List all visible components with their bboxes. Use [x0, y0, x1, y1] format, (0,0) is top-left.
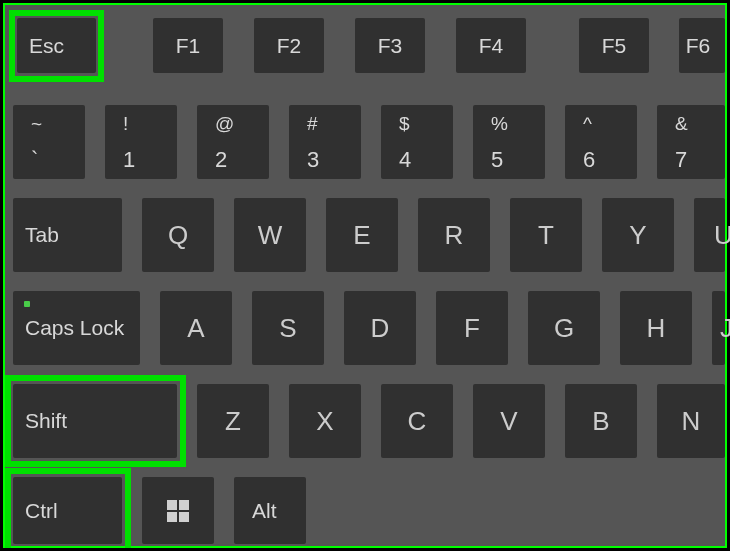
key-f[interactable]: F	[436, 291, 508, 365]
key-lower: 3	[307, 147, 319, 171]
key-windows[interactable]	[142, 477, 214, 544]
key-2[interactable]: @2	[197, 105, 269, 179]
key-label: F5	[602, 34, 627, 58]
keyboard-frame: Esc F1 F2 F3 F4 F5 F6 ~` !1 @2 #3 $4 %5 …	[3, 3, 727, 548]
key-lower: 6	[583, 147, 595, 171]
key-label: T	[538, 220, 554, 251]
key-label: F	[464, 313, 480, 344]
key-f5[interactable]: F5	[579, 18, 649, 73]
key-label: A	[187, 313, 204, 344]
key-3[interactable]: #3	[289, 105, 361, 179]
key-label: H	[647, 313, 666, 344]
key-label: W	[258, 220, 283, 251]
key-x[interactable]: X	[289, 384, 361, 458]
key-label: C	[408, 406, 427, 437]
key-label: Caps Lock	[25, 316, 124, 340]
key-f2[interactable]: F2	[254, 18, 324, 73]
key-r[interactable]: R	[418, 198, 490, 272]
key-label: S	[279, 313, 296, 344]
key-j[interactable]: J	[712, 291, 725, 365]
key-a[interactable]: A	[160, 291, 232, 365]
key-label: F1	[176, 34, 201, 58]
key-upper: ~	[31, 113, 42, 135]
key-h[interactable]: H	[620, 291, 692, 365]
key-label: G	[554, 313, 574, 344]
key-label: F6	[686, 34, 711, 58]
windows-icon	[167, 500, 189, 522]
key-5[interactable]: %5	[473, 105, 545, 179]
key-t[interactable]: T	[510, 198, 582, 272]
key-w[interactable]: W	[234, 198, 306, 272]
key-f4[interactable]: F4	[456, 18, 526, 73]
key-tab[interactable]: Tab	[13, 198, 122, 272]
key-label: V	[500, 406, 517, 437]
key-q[interactable]: Q	[142, 198, 214, 272]
key-label: Tab	[25, 223, 59, 247]
key-upper: !	[123, 113, 128, 135]
key-label: Q	[168, 220, 188, 251]
key-f6[interactable]: F6	[679, 18, 725, 73]
key-label: Esc	[29, 34, 64, 58]
key-label: B	[592, 406, 609, 437]
key-upper: ^	[583, 113, 592, 135]
key-label: R	[445, 220, 464, 251]
key-alt[interactable]: Alt	[234, 477, 306, 544]
key-1[interactable]: !1	[105, 105, 177, 179]
key-upper: @	[215, 113, 234, 135]
key-g[interactable]: G	[528, 291, 600, 365]
key-label: N	[682, 406, 701, 437]
key-4[interactable]: $4	[381, 105, 453, 179]
key-label: F3	[378, 34, 403, 58]
key-upper: $	[399, 113, 410, 135]
key-6[interactable]: ^6	[565, 105, 637, 179]
key-z[interactable]: Z	[197, 384, 269, 458]
key-label: D	[371, 313, 390, 344]
key-e[interactable]: E	[326, 198, 398, 272]
key-f1[interactable]: F1	[153, 18, 223, 73]
key-label: E	[353, 220, 370, 251]
key-b[interactable]: B	[565, 384, 637, 458]
key-upper: &	[675, 113, 688, 135]
key-label: U	[714, 220, 730, 251]
key-label: X	[316, 406, 333, 437]
key-label: Alt	[252, 499, 277, 523]
key-n[interactable]: N	[657, 384, 725, 458]
key-label: F2	[277, 34, 302, 58]
key-y[interactable]: Y	[602, 198, 674, 272]
key-u[interactable]: U	[694, 198, 725, 272]
onscreen-keyboard: Esc F1 F2 F3 F4 F5 F6 ~` !1 @2 #3 $4 %5 …	[5, 5, 725, 546]
key-label: Y	[629, 220, 646, 251]
key-v[interactable]: V	[473, 384, 545, 458]
key-upper: %	[491, 113, 508, 135]
key-label: Z	[225, 406, 241, 437]
key-upper: #	[307, 113, 318, 135]
key-lower: 1	[123, 147, 135, 171]
key-backtick[interactable]: ~`	[13, 105, 85, 179]
key-label: Shift	[25, 409, 67, 433]
key-lower: 2	[215, 147, 227, 171]
key-d[interactable]: D	[344, 291, 416, 365]
key-7[interactable]: &7	[657, 105, 725, 179]
key-lower: 7	[675, 147, 687, 171]
key-shift[interactable]: Shift	[13, 384, 177, 458]
key-capslock[interactable]: Caps Lock	[13, 291, 140, 365]
key-lower: `	[31, 147, 38, 171]
key-label: Ctrl	[25, 499, 58, 523]
key-s[interactable]: S	[252, 291, 324, 365]
key-lower: 5	[491, 147, 503, 171]
key-esc[interactable]: Esc	[17, 18, 96, 73]
key-label: J	[720, 313, 730, 344]
key-ctrl[interactable]: Ctrl	[13, 477, 122, 544]
key-f3[interactable]: F3	[355, 18, 425, 73]
key-lower: 4	[399, 147, 411, 171]
key-label: F4	[479, 34, 504, 58]
key-c[interactable]: C	[381, 384, 453, 458]
capslock-led-icon	[24, 301, 30, 307]
